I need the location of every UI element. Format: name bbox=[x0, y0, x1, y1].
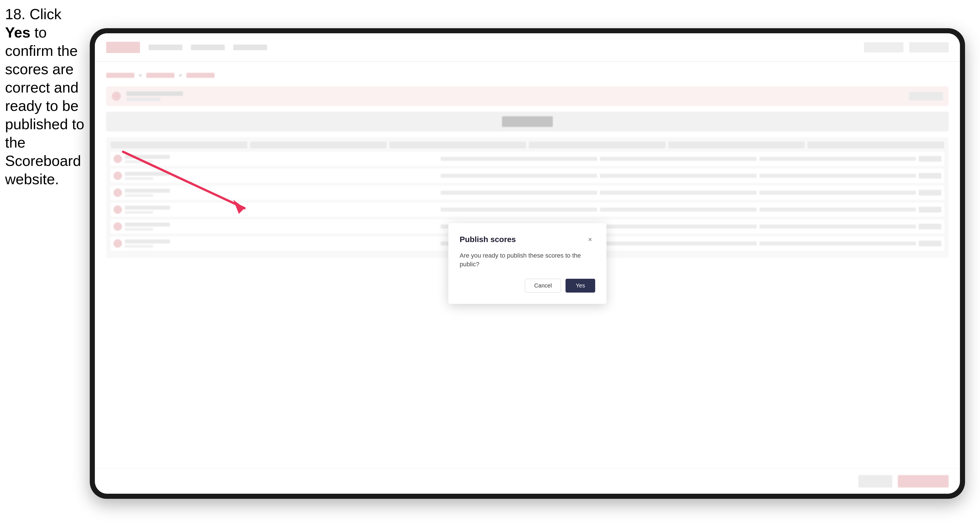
cancel-button[interactable]: Cancel bbox=[525, 279, 561, 292]
dialog-message: Are you ready to publish these scores to… bbox=[460, 251, 595, 269]
dialog-title: Publish scores bbox=[460, 235, 516, 244]
instruction-text: 18. Click Yes to confirm the scores are … bbox=[5, 5, 87, 189]
dialog-title-row: Publish scores × bbox=[460, 235, 595, 244]
tablet-screen: Publish scores × Are you ready to publis… bbox=[95, 33, 960, 494]
screen-content: Publish scores × Are you ready to publis… bbox=[95, 33, 960, 494]
dialog-overlay: Publish scores × Are you ready to publis… bbox=[95, 33, 960, 494]
tablet-device: Publish scores × Are you ready to publis… bbox=[90, 28, 965, 499]
publish-scores-dialog: Publish scores × Are you ready to publis… bbox=[449, 223, 606, 304]
dialog-actions: Cancel Yes bbox=[460, 279, 595, 292]
yes-button[interactable]: Yes bbox=[566, 279, 595, 292]
dialog-close-button[interactable]: × bbox=[585, 235, 595, 244]
